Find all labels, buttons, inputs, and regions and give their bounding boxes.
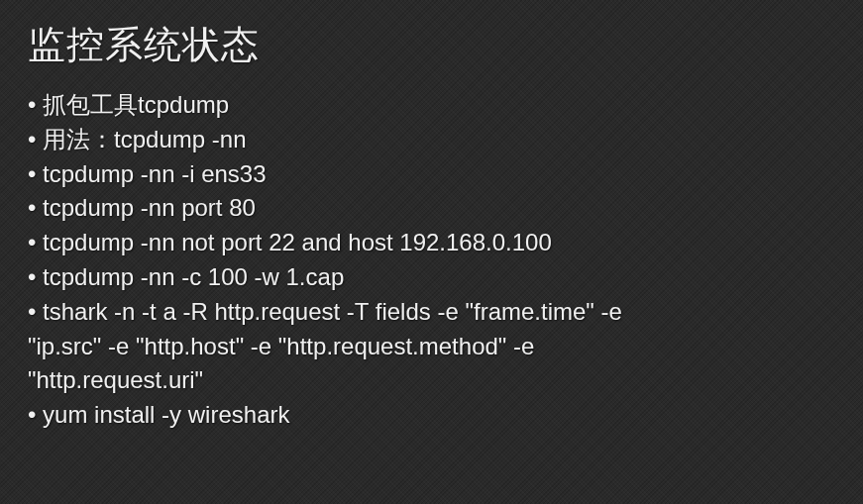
list-item: tshark -n -t a -R http.request -T fields…	[28, 295, 835, 330]
list-item: yum install -y wireshark	[28, 398, 835, 433]
slide-title: 监控系统状态	[28, 20, 835, 70]
list-item: tcpdump -nn -i ens33	[28, 157, 835, 192]
list-item-continuation: "http.request.uri"	[28, 363, 835, 398]
list-item-continuation: "ip.src" -e "http.host" -e "http.request…	[28, 330, 835, 364]
list-item: tcpdump -nn port 80	[28, 191, 835, 226]
list-item: tcpdump -nn not port 22 and host 192.168…	[28, 226, 835, 260]
list-item: 抓包工具tcpdump	[28, 88, 835, 123]
list-item: 用法：tcpdump -nn	[28, 123, 835, 157]
list-item: tcpdump -nn -c 100 -w 1.cap	[28, 260, 835, 295]
bullet-list: 抓包工具tcpdump 用法：tcpdump -nn tcpdump -nn -…	[28, 88, 835, 433]
